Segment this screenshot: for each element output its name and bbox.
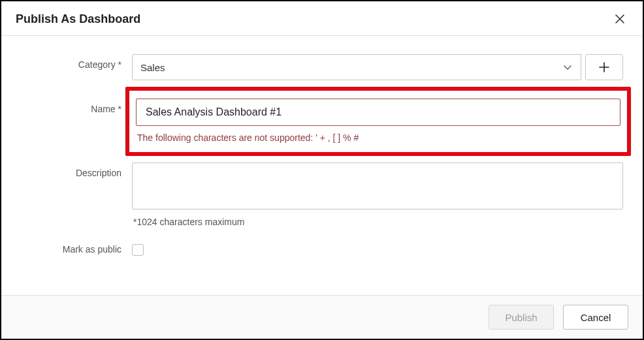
add-category-button[interactable] [585,54,623,80]
description-hint: *1024 characters maximum [132,217,623,227]
cancel-button[interactable]: Cancel [563,305,628,330]
public-checkbox[interactable] [132,244,144,256]
category-label: Category * [21,54,132,70]
publish-button[interactable]: Publish [489,305,554,330]
dialog-body: Category * Sales [1,36,643,295]
dialog-footer: Publish Cancel [1,295,643,339]
description-label: Description [21,162,132,178]
category-value: Sales [140,62,165,73]
plus-icon [598,61,610,73]
name-row: Name * The following characters are not … [21,87,623,156]
description-input[interactable] [132,162,623,209]
name-input[interactable] [136,99,620,126]
description-row: Description *1024 characters maximum [21,162,623,227]
category-row: Category * Sales [21,54,623,80]
public-label: Mark as public [21,243,132,255]
name-error-highlight: The following characters are not support… [125,87,631,156]
public-row: Mark as public [21,243,623,258]
publish-dashboard-dialog: Publish As Dashboard Category * Sales [0,0,644,340]
category-select[interactable]: Sales [132,54,581,80]
chevron-down-icon [562,62,573,72]
dialog-header: Publish As Dashboard [1,1,643,36]
close-button[interactable] [611,10,628,27]
dialog-title: Publish As Dashboard [16,12,140,26]
close-icon [615,12,624,25]
name-error-text: The following characters are not support… [136,132,620,143]
name-label: Name * [21,87,132,114]
